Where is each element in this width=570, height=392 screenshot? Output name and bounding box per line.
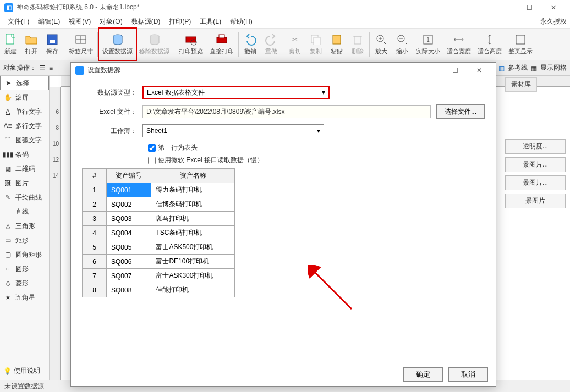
cell-b[interactable]: 佳能打印机 <box>151 283 235 297</box>
tb-redo[interactable]: 重做 <box>261 29 282 60</box>
cell-b[interactable]: 富士ASK300打印机 <box>151 269 235 283</box>
tb-fitpage[interactable]: 整页显示 <box>505 29 536 60</box>
tool-text2[interactable]: A≡多行文字 <box>0 119 49 133</box>
tb-remove-datasource[interactable]: 移除数据源 <box>136 29 173 60</box>
tool-triangle[interactable]: △三角形 <box>0 219 49 233</box>
table-row[interactable]: 5 SQ005 富士ASK500打印机 <box>83 240 235 255</box>
table-row[interactable]: 3 SQ003 斑马打印机 <box>83 212 235 226</box>
tool-circle[interactable]: ○圆形 <box>0 262 49 276</box>
tb-labelsize[interactable]: 标签尺寸 <box>65 29 96 60</box>
tool-text1[interactable]: A单行文字 <box>0 104 49 119</box>
tb-save[interactable]: 保存 <box>42 29 63 60</box>
menu-object[interactable]: 对象(O) <box>95 16 127 27</box>
chk-msexcel[interactable]: 使用微软 Excel 接口读取数据（慢） <box>148 156 485 165</box>
table-row[interactable]: 7 SQ007 富士ASK300打印机 <box>83 269 235 283</box>
save-icon <box>46 33 59 46</box>
cell-b[interactable]: 斑马打印机 <box>151 212 235 226</box>
tb-set-datasource[interactable]: 设置数据源 <box>99 29 136 60</box>
tb-fitw[interactable]: 适合宽度 <box>443 29 474 60</box>
table-row[interactable]: 6 SQ006 富士DE100打印机 <box>83 255 235 269</box>
help-link[interactable]: 💡使用说明 <box>3 366 40 376</box>
tb-open[interactable]: 打开 <box>21 29 42 60</box>
cell-b[interactable]: 得力条码打印机 <box>151 183 235 197</box>
table-row[interactable]: 8 SQ008 佳能打印机 <box>83 283 235 297</box>
menu-tools[interactable]: 工具(L) <box>195 16 226 27</box>
tb-copy[interactable]: 复制 <box>305 29 326 60</box>
chk-header[interactable]: 第一行为表头 <box>148 143 485 152</box>
tb-preview[interactable]: 打印预览 <box>176 29 206 60</box>
tb-paste[interactable]: 粘贴 <box>326 29 347 60</box>
menu-print[interactable]: 打印(P) <box>165 16 195 27</box>
cell-b[interactable]: 富士DE100打印机 <box>151 255 235 269</box>
tool-rect[interactable]: ▭矩形 <box>0 233 49 247</box>
data-grid[interactable]: # 资产编号 资产名称 1 SQ001 得力条码打印机2 SQ002 佳博条码打… <box>82 168 235 297</box>
table-row[interactable]: 1 SQ001 得力条码打印机 <box>83 183 235 197</box>
layer2-icon[interactable]: ≡ <box>49 64 53 72</box>
tool-line[interactable]: —直线 <box>0 205 49 219</box>
menu-file[interactable]: 文件(F) <box>3 16 34 27</box>
cell-b[interactable]: 佳博条码打印机 <box>151 197 235 212</box>
database-remove-icon <box>148 33 161 46</box>
table-row[interactable]: 4 SQ004 TSC条码打印机 <box>83 226 235 240</box>
cell-a[interactable]: SQ002 <box>107 197 151 212</box>
tb-new[interactable]: 新建 <box>0 29 21 60</box>
dialog-close-button[interactable]: ✕ <box>467 63 491 78</box>
layer-icon[interactable]: ☰ <box>40 64 46 72</box>
tool-arctext[interactable]: ⌒圆弧文字 <box>0 133 49 147</box>
tool-roundrect[interactable]: ▢圆角矩形 <box>0 247 49 262</box>
tool-image[interactable]: 🖼图片 <box>0 176 49 190</box>
table-row[interactable]: 2 SQ002 佳博条码打印机 <box>83 197 235 212</box>
btn-bgimg2[interactable]: 景图片... <box>505 175 566 190</box>
cell-a[interactable]: SQ008 <box>107 283 151 297</box>
menu-edit[interactable]: 编辑(E) <box>34 16 64 27</box>
tb-directprint[interactable]: 直接打印 <box>206 29 237 60</box>
tb-undo[interactable]: 撤销 <box>240 29 261 60</box>
guides-icon[interactable]: ▥ <box>498 64 505 72</box>
tool-scroll[interactable]: ✋滚屏 <box>0 90 49 104</box>
tb-zoomin[interactable]: 放大 <box>371 29 392 60</box>
btn-transparency[interactable]: 透明度... <box>505 139 566 154</box>
cell-a[interactable]: SQ003 <box>107 212 151 226</box>
cell-a[interactable]: SQ001 <box>107 183 151 197</box>
tool-diamond[interactable]: ◇菱形 <box>0 276 49 290</box>
menu-view[interactable]: 视图(V) <box>64 16 95 27</box>
cell-a[interactable]: SQ006 <box>107 255 151 269</box>
menu-datasource[interactable]: 数据源(D) <box>127 16 165 27</box>
tb-zoomout[interactable]: 缩小 <box>392 29 413 60</box>
tool-barcode[interactable]: ▮▮▮条码 <box>0 147 49 162</box>
select-sheet[interactable]: Sheet1 ▾ <box>142 124 324 137</box>
browse-button[interactable]: 选择文件... <box>436 104 485 119</box>
tool-qrcode[interactable]: ▩二维码 <box>0 162 49 176</box>
cancel-button[interactable]: 取消 <box>448 367 488 382</box>
tool-freehand[interactable]: ✎手绘曲线 <box>0 190 49 205</box>
col-a[interactable]: 资产编号 <box>107 169 151 183</box>
tb-cut[interactable]: ✂剪切 <box>284 29 305 60</box>
ok-button[interactable]: 确定 <box>403 367 443 382</box>
titlebar: ◧ 神奇条码标签打印系统 6.0 - 未命名1.lbcp* ― ☐ ✕ <box>0 0 570 15</box>
tb-actual[interactable]: 1实际大小 <box>413 29 443 60</box>
btn-bgimg3[interactable]: 景图片 <box>505 194 566 208</box>
maximize-button[interactable]: ☐ <box>517 0 541 15</box>
tb-delete[interactable]: 删除 <box>347 29 368 60</box>
cell-a[interactable]: SQ007 <box>107 269 151 283</box>
close-button[interactable]: ✕ <box>541 0 566 15</box>
input-file[interactable]: D:\文章发布平台\2022\08月\0809\资产编号.xlsx <box>142 105 431 118</box>
tool-select[interactable]: ➤选择 <box>0 76 49 90</box>
tab-assets[interactable]: 素材库 <box>505 77 537 92</box>
select-type[interactable]: Excel 数据表格文件 ▾ <box>142 86 330 99</box>
tool-star[interactable]: ★五角星 <box>0 290 49 305</box>
dialog-maximize-button[interactable]: ☐ <box>443 63 467 78</box>
btn-bgimg1[interactable]: 景图片... <box>505 157 566 172</box>
cell-a[interactable]: SQ005 <box>107 240 151 255</box>
minimize-button[interactable]: ― <box>493 0 517 15</box>
cell-b[interactable]: 富士ASK500打印机 <box>151 240 235 255</box>
menu-help[interactable]: 帮助(H) <box>226 16 257 27</box>
cell-b[interactable]: TSC条码打印机 <box>151 226 235 240</box>
col-b[interactable]: 资产名称 <box>151 169 235 183</box>
cell-a[interactable]: SQ004 <box>107 226 151 240</box>
tb-fith[interactable]: 适合高度 <box>474 29 505 60</box>
guides-label[interactable]: 参考线 <box>508 63 528 73</box>
col-num[interactable]: # <box>83 169 107 183</box>
grid-label[interactable]: 显示网格 <box>540 63 567 73</box>
grid-icon[interactable]: ▦ <box>531 64 537 72</box>
